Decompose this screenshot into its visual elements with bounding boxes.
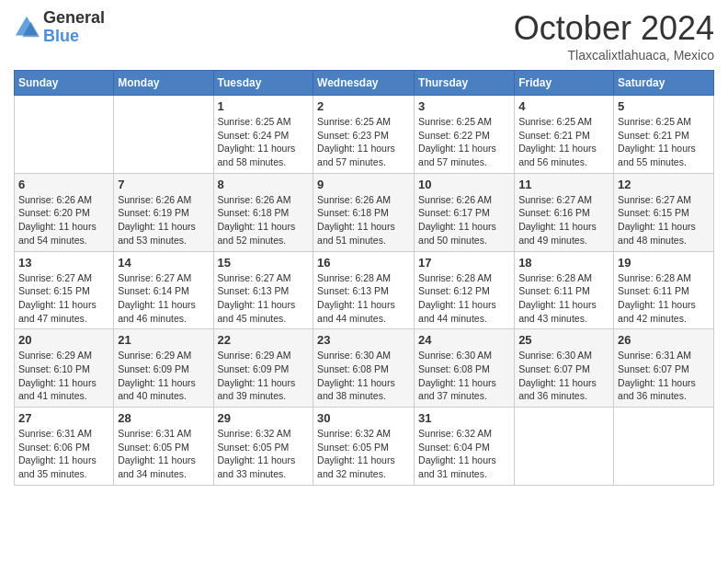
- calendar-cell: [114, 96, 213, 174]
- day-number: 1: [218, 99, 310, 113]
- day-number: 22: [218, 333, 310, 347]
- day-header-tuesday: Tuesday: [213, 71, 313, 96]
- calendar-table: SundayMondayTuesdayWednesdayThursdayFrid…: [14, 70, 714, 486]
- day-number: 15: [218, 256, 310, 270]
- day-number: 31: [418, 411, 510, 425]
- calendar-cell: 20Sunrise: 6:29 AM Sunset: 6:10 PM Dayli…: [15, 329, 114, 408]
- calendar-cell: 18Sunrise: 6:28 AM Sunset: 6:11 PM Dayli…: [515, 251, 614, 329]
- day-info: Sunrise: 6:28 AM Sunset: 6:11 PM Dayligh…: [618, 271, 710, 326]
- day-number: 26: [618, 333, 710, 347]
- title-block: October 2024 Tlaxcalixtlahuaca, Mexico: [514, 9, 714, 63]
- day-number: 5: [618, 99, 710, 113]
- day-number: 28: [118, 411, 209, 425]
- calendar-week-row: 1Sunrise: 6:25 AM Sunset: 6:24 PM Daylig…: [15, 96, 714, 174]
- day-number: 4: [518, 99, 609, 113]
- month-title: October 2024: [514, 9, 714, 48]
- calendar-cell: 28Sunrise: 6:31 AM Sunset: 6:05 PM Dayli…: [114, 408, 213, 486]
- day-number: 6: [18, 178, 109, 191]
- day-info: Sunrise: 6:26 AM Sunset: 6:20 PM Dayligh…: [18, 193, 109, 247]
- day-number: 30: [317, 411, 410, 425]
- calendar-cell: 5Sunrise: 6:25 AM Sunset: 6:21 PM Daylig…: [614, 96, 714, 174]
- day-info: Sunrise: 6:28 AM Sunset: 6:11 PM Dayligh…: [518, 271, 609, 326]
- calendar-week-row: 13Sunrise: 6:27 AM Sunset: 6:15 PM Dayli…: [15, 251, 714, 329]
- day-info: Sunrise: 6:26 AM Sunset: 6:18 PM Dayligh…: [317, 193, 410, 247]
- day-info: Sunrise: 6:31 AM Sunset: 6:06 PM Dayligh…: [18, 427, 109, 481]
- calendar-cell: 26Sunrise: 6:31 AM Sunset: 6:07 PM Dayli…: [614, 329, 714, 408]
- day-number: 3: [418, 99, 510, 113]
- day-info: Sunrise: 6:27 AM Sunset: 6:15 PM Dayligh…: [618, 193, 710, 247]
- calendar-week-row: 20Sunrise: 6:29 AM Sunset: 6:10 PM Dayli…: [15, 329, 714, 408]
- calendar-cell: 1Sunrise: 6:25 AM Sunset: 6:24 PM Daylig…: [213, 96, 313, 174]
- day-number: 24: [418, 333, 510, 347]
- logo: General Blue: [14, 9, 105, 46]
- day-info: Sunrise: 6:28 AM Sunset: 6:13 PM Dayligh…: [317, 271, 410, 326]
- day-info: Sunrise: 6:29 AM Sunset: 6:09 PM Dayligh…: [218, 349, 310, 403]
- day-number: 25: [518, 333, 609, 347]
- calendar-cell: 19Sunrise: 6:28 AM Sunset: 6:11 PM Dayli…: [614, 251, 714, 329]
- day-header-monday: Monday: [114, 71, 213, 96]
- logo-general: General: [43, 9, 105, 28]
- day-info: Sunrise: 6:27 AM Sunset: 6:16 PM Dayligh…: [518, 193, 609, 247]
- calendar-cell: 24Sunrise: 6:30 AM Sunset: 6:08 PM Dayli…: [415, 329, 515, 408]
- day-info: Sunrise: 6:25 AM Sunset: 6:22 PM Dayligh…: [418, 115, 510, 169]
- day-info: Sunrise: 6:25 AM Sunset: 6:23 PM Dayligh…: [317, 115, 410, 169]
- calendar-cell: 7Sunrise: 6:26 AM Sunset: 6:19 PM Daylig…: [114, 173, 213, 251]
- day-info: Sunrise: 6:32 AM Sunset: 6:04 PM Dayligh…: [418, 427, 510, 481]
- day-info: Sunrise: 6:32 AM Sunset: 6:05 PM Dayligh…: [218, 427, 310, 481]
- logo-icon: [14, 15, 40, 40]
- day-number: 11: [518, 178, 609, 191]
- logo-blue: Blue: [43, 28, 105, 46]
- day-number: 2: [317, 99, 410, 113]
- calendar-cell: 3Sunrise: 6:25 AM Sunset: 6:22 PM Daylig…: [415, 96, 515, 174]
- day-number: 13: [18, 256, 109, 270]
- day-number: 12: [618, 178, 710, 191]
- day-header-friday: Friday: [515, 71, 614, 96]
- day-info: Sunrise: 6:26 AM Sunset: 6:19 PM Dayligh…: [118, 193, 209, 247]
- calendar-week-row: 27Sunrise: 6:31 AM Sunset: 6:06 PM Dayli…: [15, 408, 714, 486]
- day-info: Sunrise: 6:26 AM Sunset: 6:18 PM Dayligh…: [218, 193, 310, 247]
- day-info: Sunrise: 6:25 AM Sunset: 6:24 PM Dayligh…: [218, 115, 310, 169]
- day-info: Sunrise: 6:31 AM Sunset: 6:07 PM Dayligh…: [618, 349, 710, 403]
- logo-text: General Blue: [43, 9, 105, 46]
- calendar-cell: 15Sunrise: 6:27 AM Sunset: 6:13 PM Dayli…: [213, 251, 313, 329]
- day-number: 16: [317, 256, 410, 270]
- calendar-cell: 16Sunrise: 6:28 AM Sunset: 6:13 PM Dayli…: [313, 251, 415, 329]
- day-header-wednesday: Wednesday: [313, 71, 415, 96]
- calendar-cell: 10Sunrise: 6:26 AM Sunset: 6:17 PM Dayli…: [415, 173, 515, 251]
- calendar-week-row: 6Sunrise: 6:26 AM Sunset: 6:20 PM Daylig…: [15, 173, 714, 251]
- calendar-cell: 13Sunrise: 6:27 AM Sunset: 6:15 PM Dayli…: [15, 251, 114, 329]
- day-info: Sunrise: 6:30 AM Sunset: 6:07 PM Dayligh…: [518, 349, 609, 403]
- day-info: Sunrise: 6:29 AM Sunset: 6:10 PM Dayligh…: [18, 349, 109, 403]
- day-info: Sunrise: 6:30 AM Sunset: 6:08 PM Dayligh…: [317, 349, 410, 403]
- calendar-cell: 22Sunrise: 6:29 AM Sunset: 6:09 PM Dayli…: [213, 329, 313, 408]
- day-number: 10: [418, 178, 510, 191]
- calendar-cell: [15, 96, 114, 174]
- day-info: Sunrise: 6:31 AM Sunset: 6:05 PM Dayligh…: [118, 427, 209, 481]
- calendar-cell: 29Sunrise: 6:32 AM Sunset: 6:05 PM Dayli…: [213, 408, 313, 486]
- day-number: 29: [218, 411, 310, 425]
- calendar-cell: 21Sunrise: 6:29 AM Sunset: 6:09 PM Dayli…: [114, 329, 213, 408]
- calendar-cell: 9Sunrise: 6:26 AM Sunset: 6:18 PM Daylig…: [313, 173, 415, 251]
- calendar-header-row: SundayMondayTuesdayWednesdayThursdayFrid…: [15, 71, 714, 96]
- page-header: General Blue October 2024 Tlaxcalixtlahu…: [14, 9, 714, 63]
- calendar-cell: [515, 408, 614, 486]
- day-number: 21: [118, 333, 209, 347]
- day-number: 7: [118, 178, 209, 191]
- day-info: Sunrise: 6:30 AM Sunset: 6:08 PM Dayligh…: [418, 349, 510, 403]
- calendar-cell: 25Sunrise: 6:30 AM Sunset: 6:07 PM Dayli…: [515, 329, 614, 408]
- day-info: Sunrise: 6:27 AM Sunset: 6:14 PM Dayligh…: [118, 271, 209, 326]
- calendar-cell: [614, 408, 714, 486]
- calendar-cell: 8Sunrise: 6:26 AM Sunset: 6:18 PM Daylig…: [213, 173, 313, 251]
- calendar-cell: 31Sunrise: 6:32 AM Sunset: 6:04 PM Dayli…: [415, 408, 515, 486]
- day-number: 27: [18, 411, 109, 425]
- day-number: 20: [18, 333, 109, 347]
- day-header-thursday: Thursday: [415, 71, 515, 96]
- day-info: Sunrise: 6:26 AM Sunset: 6:17 PM Dayligh…: [418, 193, 510, 247]
- day-number: 14: [118, 256, 209, 270]
- day-number: 19: [618, 256, 710, 270]
- day-number: 17: [418, 256, 510, 270]
- calendar-cell: 14Sunrise: 6:27 AM Sunset: 6:14 PM Dayli…: [114, 251, 213, 329]
- calendar-cell: 27Sunrise: 6:31 AM Sunset: 6:06 PM Dayli…: [15, 408, 114, 486]
- day-info: Sunrise: 6:29 AM Sunset: 6:09 PM Dayligh…: [118, 349, 209, 403]
- day-header-saturday: Saturday: [614, 71, 714, 96]
